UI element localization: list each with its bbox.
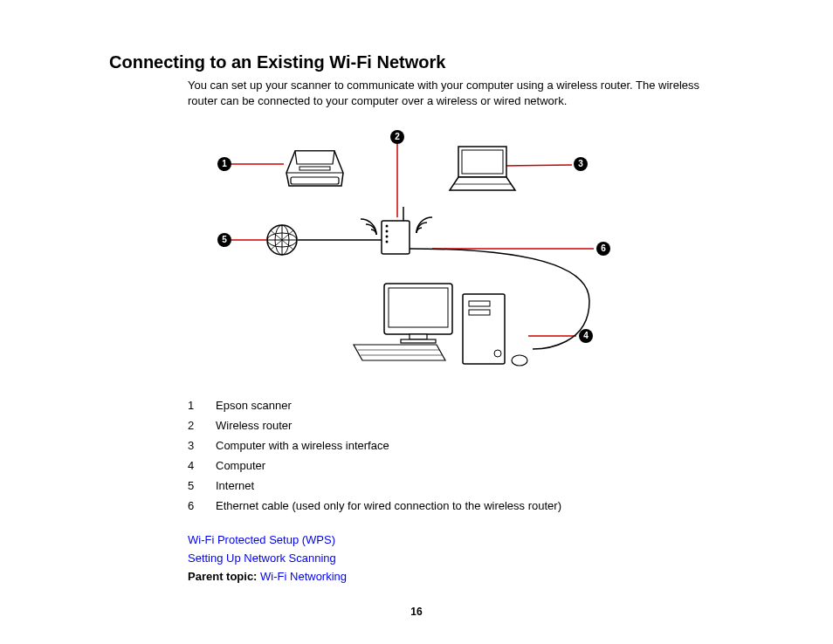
intro-text: You can set up your scanner to communica… <box>188 78 728 109</box>
legend-num: 6 <box>188 499 200 512</box>
svg-rect-25 <box>389 288 448 327</box>
legend-num: 5 <box>188 479 200 492</box>
svg-point-13 <box>386 230 389 233</box>
legend-label: Ethernet cable (used only for wired conn… <box>216 499 561 512</box>
link-network-scanning[interactable]: Setting Up Network Scanning <box>188 552 336 565</box>
network-diagram: 1 2 3 4 5 6 <box>188 127 642 371</box>
parent-topic-label: Parent topic: <box>188 570 257 583</box>
legend-label: Internet <box>216 479 254 492</box>
legend-item: 1 Epson scanner <box>188 395 728 415</box>
page-title: Connecting to an Existing Wi-Fi Network <box>109 52 728 72</box>
link-wps[interactable]: Wi-Fi Protected Setup (WPS) <box>188 533 335 546</box>
svg-rect-8 <box>462 150 503 174</box>
legend-label: Computer <box>216 459 265 472</box>
legend-label: Wireless router <box>216 419 292 432</box>
legend-label: Computer with a wireless interface <box>216 439 389 452</box>
legend-item: 2 Wireless router <box>188 415 728 435</box>
legend-num: 3 <box>188 439 200 452</box>
link-parent-topic[interactable]: Wi-Fi Networking <box>260 570 347 583</box>
legend-item: 4 Computer <box>188 456 728 476</box>
svg-point-34 <box>512 355 527 366</box>
svg-rect-26 <box>410 334 427 339</box>
legend-num: 2 <box>188 419 200 432</box>
svg-point-15 <box>386 241 389 243</box>
legend-label: Epson scanner <box>216 399 292 412</box>
legend-num: 4 <box>188 459 200 472</box>
legend-item: 3 Computer with a wireless interface <box>188 435 728 456</box>
svg-point-14 <box>386 236 389 238</box>
svg-rect-27 <box>401 339 436 343</box>
legend-item: 6 Ethernet cable (used only for wired co… <box>188 496 728 516</box>
legend-item: 5 Internet <box>188 476 728 496</box>
svg-line-2 <box>502 165 572 166</box>
svg-rect-7 <box>291 177 339 184</box>
page-number: 16 <box>0 606 833 618</box>
legend-num: 1 <box>188 399 200 412</box>
svg-point-12 <box>386 225 389 228</box>
legend-list: 1 Epson scanner 2 Wireless router 3 Comp… <box>188 395 728 516</box>
